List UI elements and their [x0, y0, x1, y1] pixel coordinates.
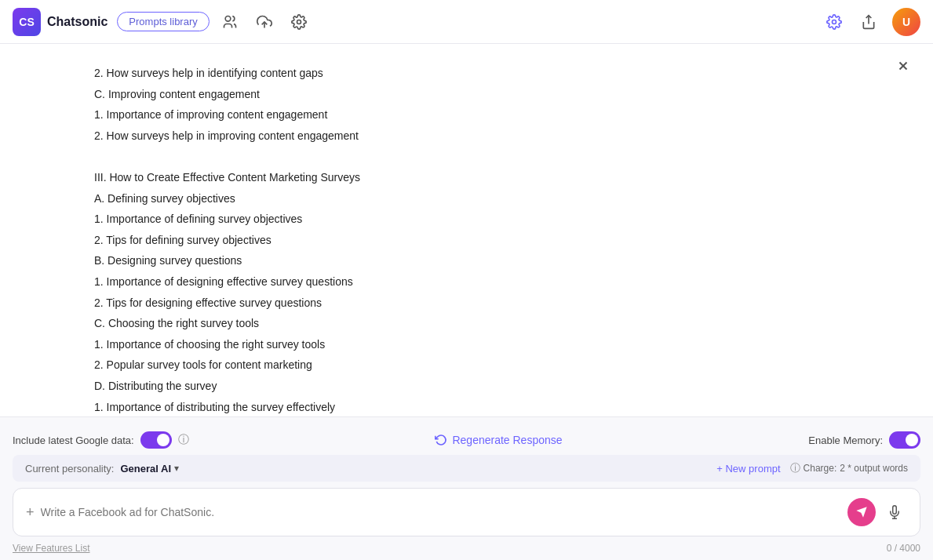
line-6: A. Defining survey objectives: [94, 188, 839, 209]
people-icon[interactable]: [219, 11, 241, 33]
google-data-label: Include latest Google data:: [13, 435, 134, 446]
send-button[interactable]: [847, 498, 876, 526]
new-prompt-button[interactable]: + New prompt: [716, 463, 780, 475]
header-nav-icons: [219, 11, 310, 33]
line-13: 1. Importance of choosing the right surv…: [94, 334, 839, 355]
svg-point-0: [225, 16, 231, 21]
input-area: +: [13, 488, 920, 536]
regenerate-button[interactable]: Regenerate Response: [435, 434, 562, 446]
main-area: 2. How surveys help in identifying conte…: [0, 44, 933, 560]
svg-point-2: [297, 20, 301, 24]
line-9: B. Designing survey questions: [94, 250, 839, 271]
line-2: C. Improving content engagement: [94, 84, 839, 105]
google-data-toggle-area: Include latest Google data: ⓘ: [13, 431, 189, 449]
settings-icon[interactable]: [288, 11, 310, 33]
google-data-toggle[interactable]: [140, 431, 172, 449]
line-8: 2. Tips for defining survey objectives: [94, 230, 839, 251]
memory-label: Enable Memory:: [808, 435, 883, 446]
logo-abbr: CS: [19, 16, 34, 28]
line-11: 2. Tips for designing effective survey q…: [94, 293, 839, 314]
bottom-controls: Include latest Google data: ⓘ Regenerate…: [13, 425, 920, 455]
footer-row: View Features List 0 / 4000: [13, 540, 920, 560]
google-data-info-icon[interactable]: ⓘ: [178, 433, 189, 447]
charge-label: Charge:: [804, 463, 837, 474]
logo-text: Chatsonic: [47, 15, 108, 29]
logo-area: CS Chatsonic: [13, 8, 108, 36]
avatar[interactable]: U: [892, 8, 920, 36]
cloud-upload-icon[interactable]: [253, 11, 275, 33]
line-gap: [94, 146, 839, 167]
line-15: D. Distributing the survey: [94, 376, 839, 397]
line-14: 2. Popular survey tools for content mark…: [94, 355, 839, 376]
line-4: 2. How surveys help in improving content…: [94, 125, 839, 147]
line-16: 1. Importance of distributing the survey…: [94, 397, 839, 417]
view-features-link[interactable]: View Features List: [13, 543, 90, 554]
personality-label: Current personality:: [25, 463, 114, 475]
chat-area: 2. How surveys help in identifying conte…: [0, 44, 933, 560]
line-1: 2. How surveys help in identifying conte…: [94, 63, 839, 84]
memory-control-area: Enable Memory:: [808, 431, 920, 449]
logo-icon: CS: [13, 8, 41, 36]
outline-text: 2. How surveys help in identifying conte…: [94, 63, 839, 416]
settings-gear-icon[interactable]: [823, 11, 845, 33]
personality-dropdown[interactable]: General AI ▾: [120, 463, 179, 475]
line-7: 1. Importance of defining survey objecti…: [94, 209, 839, 230]
charge-info: ⓘ Charge: 2 * output words: [790, 461, 908, 475]
char-count: 0 / 4000: [887, 543, 920, 554]
header: CS Chatsonic Prompts library: [0, 0, 933, 44]
line-10: 1. Importance of designing effective sur…: [94, 271, 839, 293]
chat-content: 2. How surveys help in identifying conte…: [0, 44, 933, 416]
microphone-icon[interactable]: [882, 500, 907, 525]
line-12: C. Choosing the right survey tools: [94, 313, 839, 334]
regenerate-label: Regenerate Response: [452, 434, 562, 446]
charge-value: 2 * output words: [840, 463, 908, 474]
add-icon[interactable]: +: [26, 504, 35, 521]
personality-right: + New prompt ⓘ Charge: 2 * output words: [716, 461, 908, 475]
memory-toggle[interactable]: [889, 431, 920, 449]
share-icon[interactable]: [858, 11, 880, 33]
close-button[interactable]: [892, 55, 914, 77]
line-3: 1. Importance of improving content engag…: [94, 104, 839, 125]
personality-bar: Current personality: General AI ▾ + New …: [13, 455, 920, 482]
chevron-down-icon: ▾: [174, 463, 179, 474]
bottom-bar: Include latest Google data: ⓘ Regenerate…: [0, 416, 933, 560]
prompts-library-button[interactable]: Prompts library: [117, 12, 209, 31]
header-right: U: [823, 8, 920, 36]
line-5: III. How to Create Effective Content Mar…: [94, 167, 839, 188]
svg-point-3: [833, 20, 836, 24]
chat-input[interactable]: [41, 506, 841, 518]
personality-value: General AI: [120, 463, 171, 475]
